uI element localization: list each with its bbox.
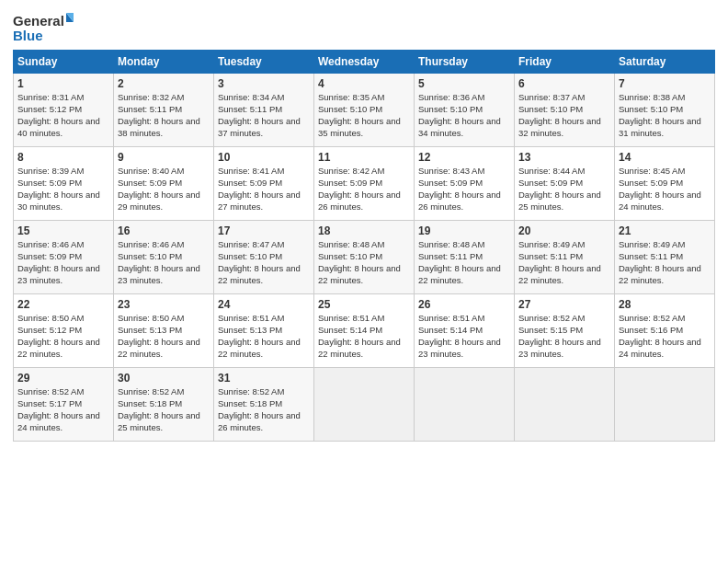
sunset-text: Sunset: 5:10 PM xyxy=(518,104,583,114)
sunrise-text: Sunrise: 8:42 AM xyxy=(318,166,384,176)
sunset-text: Sunset: 5:14 PM xyxy=(418,325,483,335)
calendar-cell: 6Sunrise: 8:37 AMSunset: 5:10 PMDaylight… xyxy=(515,74,615,147)
calendar-cell: 24Sunrise: 8:51 AMSunset: 5:13 PMDayligh… xyxy=(214,294,314,368)
logo: General Blue xyxy=(13,9,77,46)
day-number: 26 xyxy=(418,297,510,312)
sunset-text: Sunset: 5:13 PM xyxy=(218,325,282,335)
calendar-header-row: SundayMondayTuesdayWednesdayThursdayFrid… xyxy=(14,51,715,74)
daylight-text: Daylight: 8 hours and 22 minutes. xyxy=(218,263,301,285)
sunrise-text: Sunrise: 8:48 AM xyxy=(418,239,484,249)
calendar-cell: 28Sunrise: 8:52 AMSunset: 5:16 PMDayligh… xyxy=(615,294,715,368)
calendar-cell: 3Sunrise: 8:34 AMSunset: 5:11 PMDaylight… xyxy=(214,74,314,147)
daylight-text: Daylight: 8 hours and 23 minutes. xyxy=(118,263,200,285)
daylight-text: Daylight: 8 hours and 23 minutes. xyxy=(518,337,601,359)
sunrise-text: Sunrise: 8:51 AM xyxy=(318,313,384,323)
calendar-cell: 14Sunrise: 8:45 AMSunset: 5:09 PMDayligh… xyxy=(615,147,715,221)
sunrise-text: Sunrise: 8:32 AM xyxy=(118,92,184,102)
sunset-text: Sunset: 5:17 PM xyxy=(17,398,82,408)
sunset-text: Sunset: 5:12 PM xyxy=(17,325,82,335)
sunset-text: Sunset: 5:10 PM xyxy=(218,251,282,261)
sunrise-text: Sunrise: 8:41 AM xyxy=(218,166,284,176)
calendar-cell: 29Sunrise: 8:52 AMSunset: 5:17 PMDayligh… xyxy=(14,368,114,442)
calendar-cell: 19Sunrise: 8:48 AMSunset: 5:11 PMDayligh… xyxy=(415,221,515,294)
sunrise-text: Sunrise: 8:52 AM xyxy=(518,313,585,323)
sunrise-text: Sunrise: 8:52 AM xyxy=(17,386,84,396)
sunset-text: Sunset: 5:09 PM xyxy=(17,178,82,188)
sunset-text: Sunset: 5:09 PM xyxy=(17,251,82,261)
sunrise-text: Sunrise: 8:47 AM xyxy=(218,239,284,249)
sunrise-text: Sunrise: 8:35 AM xyxy=(318,92,384,102)
calendar-cell: 23Sunrise: 8:50 AMSunset: 5:13 PMDayligh… xyxy=(114,294,214,368)
sunset-text: Sunset: 5:09 PM xyxy=(518,178,583,188)
daylight-text: Daylight: 8 hours and 37 minutes. xyxy=(218,116,301,138)
sunrise-text: Sunrise: 8:40 AM xyxy=(118,166,184,176)
daylight-text: Daylight: 8 hours and 27 minutes. xyxy=(218,190,301,212)
sunrise-text: Sunrise: 8:52 AM xyxy=(118,386,184,396)
calendar-cell: 8Sunrise: 8:39 AMSunset: 5:09 PMDaylight… xyxy=(14,147,114,221)
daylight-text: Daylight: 8 hours and 25 minutes. xyxy=(518,190,601,212)
calendar-cell xyxy=(515,368,615,442)
sunrise-text: Sunrise: 8:43 AM xyxy=(418,166,484,176)
sunrise-text: Sunrise: 8:34 AM xyxy=(218,92,284,102)
day-header-thursday: Thursday xyxy=(415,51,515,74)
daylight-text: Daylight: 8 hours and 40 minutes. xyxy=(17,116,100,138)
sunset-text: Sunset: 5:09 PM xyxy=(118,178,182,188)
day-number: 25 xyxy=(318,297,410,312)
daylight-text: Daylight: 8 hours and 22 minutes. xyxy=(418,263,501,285)
day-header-monday: Monday xyxy=(114,51,214,74)
daylight-text: Daylight: 8 hours and 22 minutes. xyxy=(318,263,401,285)
sunset-text: Sunset: 5:11 PM xyxy=(418,251,483,261)
daylight-text: Daylight: 8 hours and 34 minutes. xyxy=(418,116,501,138)
day-number: 14 xyxy=(619,150,711,165)
day-number: 2 xyxy=(118,76,210,91)
sunrise-text: Sunrise: 8:46 AM xyxy=(118,239,184,249)
day-number: 17 xyxy=(218,224,310,238)
calendar-cell xyxy=(314,368,415,442)
sunset-text: Sunset: 5:11 PM xyxy=(619,251,683,261)
calendar-week-1: 1Sunrise: 8:31 AMSunset: 5:12 PMDaylight… xyxy=(14,74,715,147)
daylight-text: Daylight: 8 hours and 22 minutes. xyxy=(118,337,200,359)
sunset-text: Sunset: 5:10 PM xyxy=(619,104,683,114)
day-number: 8 xyxy=(17,150,109,165)
svg-text:General: General xyxy=(13,13,64,29)
day-number: 16 xyxy=(118,224,210,238)
sunrise-text: Sunrise: 8:39 AM xyxy=(17,166,84,176)
day-number: 4 xyxy=(318,76,410,91)
calendar-cell: 20Sunrise: 8:49 AMSunset: 5:11 PMDayligh… xyxy=(515,221,615,294)
sunset-text: Sunset: 5:09 PM xyxy=(318,178,382,188)
calendar-cell: 13Sunrise: 8:44 AMSunset: 5:09 PMDayligh… xyxy=(515,147,615,221)
day-number: 29 xyxy=(17,371,109,385)
calendar-cell xyxy=(415,368,515,442)
day-header-tuesday: Tuesday xyxy=(214,51,314,74)
calendar-cell: 26Sunrise: 8:51 AMSunset: 5:14 PMDayligh… xyxy=(415,294,515,368)
calendar-cell: 18Sunrise: 8:48 AMSunset: 5:10 PMDayligh… xyxy=(314,221,415,294)
sunset-text: Sunset: 5:09 PM xyxy=(218,178,282,188)
day-number: 11 xyxy=(318,150,410,165)
page-container: General Blue SundayMondayTuesdayWednesda… xyxy=(0,0,728,449)
day-number: 6 xyxy=(518,76,610,91)
day-number: 15 xyxy=(17,224,109,238)
logo-icon: General Blue xyxy=(13,9,77,46)
sunrise-text: Sunrise: 8:45 AM xyxy=(619,166,685,176)
sunset-text: Sunset: 5:12 PM xyxy=(17,104,82,114)
calendar-cell: 16Sunrise: 8:46 AMSunset: 5:10 PMDayligh… xyxy=(114,221,214,294)
sunrise-text: Sunrise: 8:51 AM xyxy=(218,313,284,323)
calendar-cell: 4Sunrise: 8:35 AMSunset: 5:10 PMDaylight… xyxy=(314,74,415,147)
sunset-text: Sunset: 5:11 PM xyxy=(518,251,583,261)
day-number: 22 xyxy=(17,297,109,312)
sunrise-text: Sunrise: 8:38 AM xyxy=(619,92,685,102)
sunset-text: Sunset: 5:10 PM xyxy=(118,251,182,261)
day-number: 7 xyxy=(619,76,711,91)
sunrise-text: Sunrise: 8:46 AM xyxy=(17,239,84,249)
sunset-text: Sunset: 5:10 PM xyxy=(318,104,382,114)
day-number: 13 xyxy=(518,150,610,165)
daylight-text: Daylight: 8 hours and 32 minutes. xyxy=(518,116,601,138)
calendar-week-5: 29Sunrise: 8:52 AMSunset: 5:17 PMDayligh… xyxy=(14,368,715,442)
day-number: 10 xyxy=(218,150,310,165)
calendar-cell: 31Sunrise: 8:52 AMSunset: 5:18 PMDayligh… xyxy=(214,368,314,442)
calendar-cell: 9Sunrise: 8:40 AMSunset: 5:09 PMDaylight… xyxy=(114,147,214,221)
sunrise-text: Sunrise: 8:50 AM xyxy=(17,313,84,323)
sunset-text: Sunset: 5:16 PM xyxy=(619,325,683,335)
calendar-cell: 25Sunrise: 8:51 AMSunset: 5:14 PMDayligh… xyxy=(314,294,415,368)
day-number: 19 xyxy=(418,224,510,238)
